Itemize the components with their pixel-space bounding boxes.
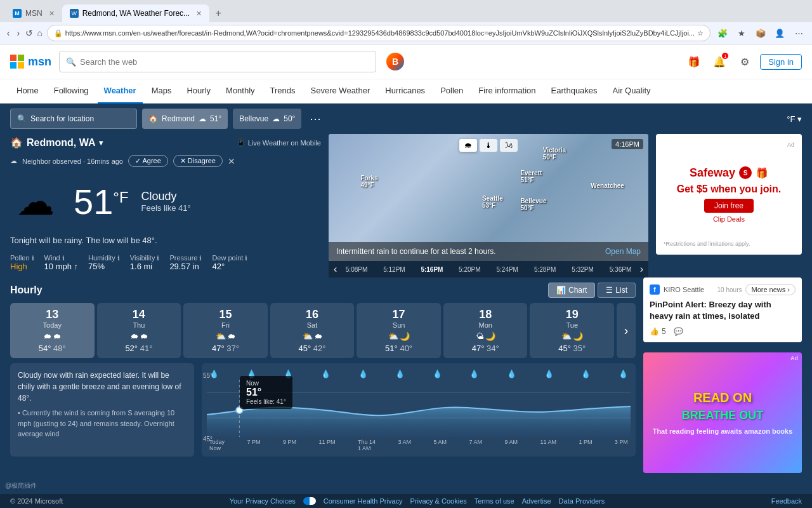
location-search[interactable]: 🔍 Search for location [10,109,137,129]
condition-block: Cloudy Feels like 41° [141,190,191,213]
msn-tab-close[interactable]: ✕ [49,10,55,18]
day-card-3[interactable]: 16 Sat ⛅ 🌧 45° 42° [270,303,355,358]
day-card-5[interactable]: 18 Mon 🌤 🌙 47° 34° [443,303,528,358]
nav-severe-weather[interactable]: Severe Weather [304,79,377,104]
visibility-info-icon[interactable]: ℹ [157,255,159,262]
new-tab-button[interactable]: + [209,4,227,22]
comment-button[interactable]: 💬 [674,327,683,336]
nav-fire-info[interactable]: Fire information [472,79,542,104]
map-wind-button[interactable]: 🌬 [500,139,518,152]
consumer-health-link[interactable]: Consumer Health Privacy [324,497,403,505]
precip-icon-7: 💧 [469,370,479,378]
live-weather-link[interactable]: 📱 Live Weather on Mobile [237,138,321,147]
msn-tab[interactable]: M MSN ✕ [5,4,62,22]
address-text: https://www.msn.com/en-us/weather/foreca… [65,29,695,37]
weather-tab[interactable]: W Redmond, WA Weather Forec... ✕ [62,4,209,22]
home-icon: 🏠 [148,114,158,123]
forward-button[interactable]: › [15,25,22,41]
weather-tab-close[interactable]: ✕ [196,10,202,18]
refresh-button[interactable]: ↺ [25,25,33,41]
close-observation-button[interactable]: ✕ [228,156,235,166]
nav-following[interactable]: Following [48,79,95,104]
city-everett: Everett51°F [520,170,542,184]
data-providers-link[interactable]: Data Providers [559,497,605,505]
redmond-location-pill[interactable]: 🏠 Redmond ☁ 51° [142,109,228,129]
advertise-link[interactable]: Advertise [522,497,551,505]
nav-monthly[interactable]: Monthly [219,79,261,104]
amazon-ad[interactable]: Ad READ ON BREATHE OUT That reading feel… [643,352,802,473]
redmond-condition-icon: ☁ [199,114,206,123]
privacy-choices-link[interactable]: Your Privacy Choices [230,497,296,505]
search-bar[interactable]: 🔍 [59,51,376,72]
day-card-0[interactable]: 13 Today 🌧 🌧 54° 48° [10,303,95,358]
more-news-button[interactable]: More news › [745,284,796,295]
nav-pollen[interactable]: Pollen [434,79,469,104]
open-map-link[interactable]: Open Map [605,247,641,256]
timeline-next-button[interactable]: › [640,264,643,275]
nav-home[interactable]: Home [10,79,45,104]
chart-svg [207,380,631,437]
city-forks: Forks49°F [360,175,377,189]
favorites-button[interactable]: ★ [733,25,750,41]
feedback-button[interactable]: Feedback [771,497,802,505]
bellevue-condition-icon: ☁ [272,114,280,123]
settings-gear-button[interactable]: ⚙ [735,51,755,72]
timeline-prev-button[interactable]: ‹ [334,264,337,275]
temp-unit-toggle[interactable]: °F ▾ [787,114,802,124]
nav-weather[interactable]: Weather [98,79,143,104]
like-button[interactable]: 👍 5 [650,327,666,336]
terms-link[interactable]: Terms of use [475,497,514,505]
location-chevron-icon[interactable]: ▾ [99,138,103,147]
msn-logo[interactable]: msn [10,55,51,69]
day-card-1[interactable]: 14 Thu 🌧 🌧 52° 41° [97,303,181,358]
collections-button[interactable]: 📦 [752,25,769,41]
settings-button[interactable]: ⋯ [790,25,807,41]
extensions-button[interactable]: 🧩 [714,25,731,41]
map-rain-button[interactable]: 🌧 [459,139,477,152]
home-button[interactable]: ⌂ [37,25,43,41]
privacy-cookies-link[interactable]: Privacy & Cookies [410,497,467,505]
profile-button[interactable]: 👤 [771,25,788,41]
day-card-next[interactable]: › [617,303,636,358]
notifications-button[interactable]: 🔔 1 [709,51,730,72]
nav-air-quality[interactable]: Air Quality [606,79,657,104]
dew-point-info-icon[interactable]: ℹ [245,255,247,262]
nav-earthquakes[interactable]: Earthquakes [545,79,604,104]
disagree-button[interactable]: ✕ Disagree [173,155,223,167]
bellevue-temp: 50° [284,114,295,123]
bookmark-star-icon[interactable]: ☆ [697,29,704,37]
join-free-button[interactable]: Join free [704,199,754,213]
rewards-button[interactable]: 🎁 [684,51,704,72]
address-bar[interactable]: 🔒 https://www.msn.com/en-us/weather/fore… [47,25,710,41]
wind-info-icon[interactable]: ℹ [62,255,65,262]
nav-maps[interactable]: Maps [145,79,178,104]
day-icon1-2: ⛅ [216,331,226,341]
day-temps-5: 47° 34° [449,344,523,353]
sign-in-button[interactable]: Sign in [760,54,802,70]
map-temp-button[interactable]: 🌡 [480,139,497,152]
day-icon1-0: 🌧 [43,331,51,341]
nav-hourly[interactable]: Hourly [180,79,217,104]
bing-icon[interactable]: B [386,53,404,70]
search-location-placeholder: Search for location [30,114,94,123]
bellevue-location-pill[interactable]: Bellevue ☁ 50° [233,109,301,129]
pressure-info-icon[interactable]: ℹ [199,255,202,262]
day-card-4[interactable]: 17 Sun ⛅ 🌙 51° 40° [357,303,441,358]
day-icons-6: ⛅ 🌙 [535,331,609,341]
news-title[interactable]: PinPoint Alert: Breezy day with heavy ra… [650,299,796,322]
list-toggle-button[interactable]: ☰ List [598,283,636,298]
agree-button[interactable]: ✓ Agree [128,155,168,167]
like-count: 5 [662,327,666,336]
nav-trends[interactable]: Trends [264,79,302,104]
pollen-info-icon[interactable]: ℹ [32,255,34,262]
day-card-6[interactable]: 19 Tue ⛅ 🌙 45° 35° [530,303,614,358]
wind-detail: Wind ℹ 10 mph ↑ [44,254,78,271]
day-card-2[interactable]: 15 Fri ⛅ 🌧 47° 37° [183,303,268,358]
chart-toggle-button[interactable]: 📊 Chart [548,283,595,298]
footer-bar: © 2024 Microsoft Your Privacy Choices Co… [0,494,812,508]
nav-hurricanes[interactable]: Hurricanes [379,79,431,104]
back-button[interactable]: ‹ [5,25,11,41]
more-locations-button[interactable]: ⋯ [306,110,324,128]
search-input[interactable] [80,57,369,67]
humidity-info-icon[interactable]: ℹ [117,255,120,262]
